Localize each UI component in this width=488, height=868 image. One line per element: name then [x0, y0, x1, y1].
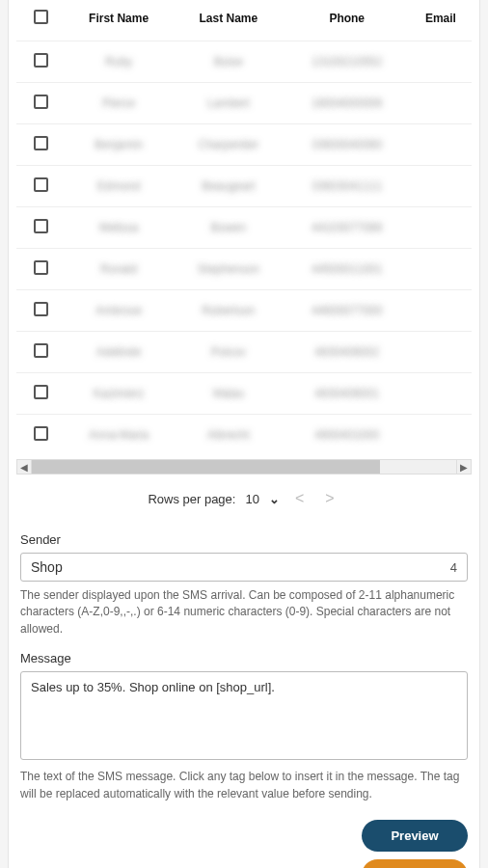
cell-last-name: Lambert [207, 96, 250, 110]
rows-per-page-value: 10 [245, 492, 258, 506]
row-checkbox[interactable] [34, 136, 48, 150]
message-helper: The text of the SMS message. Click any t… [20, 769, 468, 802]
row-checkbox[interactable] [34, 343, 48, 358]
message-label: Message [20, 651, 468, 665]
col-first-name: First Name [65, 0, 173, 41]
table-row: Anna-MariaAlbrecht4900401000 [16, 415, 472, 456]
row-checkbox[interactable] [34, 53, 48, 68]
cell-first-name: Ruby [105, 55, 132, 68]
col-phone: Phone [285, 0, 410, 41]
cell-last-name: Walas [212, 387, 244, 400]
cell-last-name: Stephenson [198, 262, 259, 276]
scroll-left-icon[interactable]: ◀ [16, 459, 32, 475]
sender-helper: The sender displayed upon the SMS arriva… [20, 587, 468, 637]
send-button[interactable]: Send [362, 859, 468, 868]
row-checkbox[interactable] [34, 426, 48, 441]
sender-counter: 4 [450, 560, 457, 575]
cell-first-name: Ambrose [95, 304, 142, 317]
table-row: MelissaBowen44103077088 [16, 207, 472, 249]
row-checkbox[interactable] [34, 177, 48, 192]
rows-per-page-label: Rows per page: [148, 492, 235, 506]
recipients-table: First Name Last Name Phone Email RubyBoi… [16, 0, 472, 455]
horizontal-scrollbar[interactable]: ◀ ▶ [16, 459, 472, 475]
row-checkbox[interactable] [34, 260, 48, 275]
cell-first-name: Melissa [99, 221, 139, 234]
cell-first-name: Adelinde [96, 345, 142, 359]
table-row: BenjaminCharpentier33600040060 [16, 124, 472, 166]
preview-button[interactable]: Preview [362, 820, 468, 852]
cell-phone: 4900401000 [314, 428, 379, 442]
table-row: KazimierzWalas4830406001 [16, 373, 472, 415]
cell-phone: 44103077088 [312, 221, 382, 234]
cell-first-name: Pierce [102, 96, 135, 110]
cell-last-name: Beaugeart [202, 179, 255, 193]
col-email: Email [410, 0, 472, 41]
cell-phone: 13100210552 [312, 55, 382, 68]
cell-phone: 4830406001 [314, 387, 379, 400]
cell-last-name: Charpentier [198, 138, 258, 151]
col-last-name: Last Name [173, 0, 284, 41]
cell-last-name: Albrecht [207, 428, 250, 442]
table-row: RonaldStephenson44500011001 [16, 249, 472, 290]
rows-per-page-dropdown[interactable]: ⌄ [269, 492, 280, 506]
cell-first-name: Kazimierz [94, 387, 145, 400]
table-row: AmbroseRobertson44600077000 [16, 290, 472, 332]
scroll-right-icon[interactable]: ▶ [456, 459, 472, 475]
pagination: Rows per page: 10 ⌄ < > [16, 475, 472, 525]
cell-phone: 33603041111 [312, 179, 382, 193]
table-row: PierceLambert18004000006 [16, 83, 472, 124]
cell-phone: 44600077000 [312, 304, 382, 317]
table-row: RubyBoise13100210552 [16, 41, 472, 83]
message-textarea[interactable] [20, 671, 468, 760]
cell-first-name: Anna-Maria [89, 428, 149, 442]
cell-phone: 44500011001 [312, 262, 382, 276]
row-checkbox[interactable] [34, 385, 48, 399]
cell-phone: 18004000006 [312, 96, 382, 110]
table-row: AdelindePolcov4830406002 [16, 332, 472, 373]
page-next-icon[interactable]: > [319, 490, 339, 507]
page-prev-icon[interactable]: < [289, 490, 310, 507]
cell-first-name: Benjamin [95, 138, 143, 151]
table-row: EdmondBeaugeart33603041111 [16, 166, 472, 207]
cell-last-name: Robertson [202, 304, 255, 317]
row-checkbox[interactable] [34, 302, 48, 316]
cell-last-name: Polcov [211, 345, 246, 359]
sender-label: Sender [20, 532, 468, 547]
cell-first-name: Ronald [100, 262, 137, 276]
cell-last-name: Boise [214, 55, 243, 68]
row-checkbox[interactable] [34, 219, 48, 233]
select-all-checkbox[interactable] [34, 10, 48, 24]
cell-first-name: Edmond [97, 179, 141, 193]
row-checkbox[interactable] [34, 95, 48, 109]
cell-last-name: Bowen [210, 221, 246, 234]
cell-phone: 33600040060 [312, 138, 382, 151]
cell-phone: 4830406002 [314, 345, 379, 359]
sender-input[interactable] [31, 559, 450, 575]
scrollbar-thumb[interactable] [32, 460, 380, 474]
